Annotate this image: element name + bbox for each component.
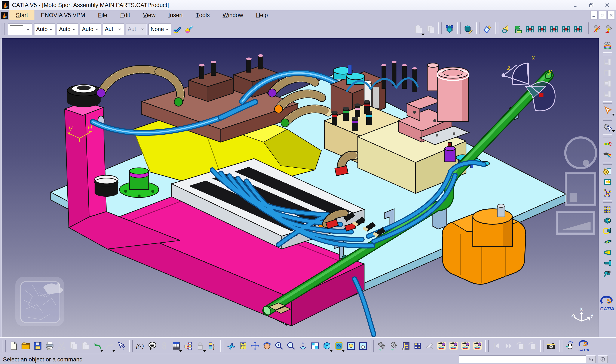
- shading-mode-icon[interactable]: [333, 339, 345, 353]
- lock-parameters-icon[interactable]: [194, 339, 206, 353]
- dialog-position-button[interactable]: [586, 355, 596, 363]
- document-arrow-icon[interactable]: [600, 177, 615, 188]
- child-minimize-button[interactable]: [590, 11, 598, 19]
- gray-frame-4-icon[interactable]: [600, 89, 615, 100]
- normal-view-icon[interactable]: [297, 339, 309, 353]
- macro-gear-icon[interactable]: [388, 339, 400, 353]
- menu-item-insert[interactable]: Insert: [162, 10, 189, 20]
- knowledge-helmet-icon[interactable]: [444, 22, 455, 36]
- rendering-style-combo[interactable]: Aut: [126, 24, 147, 35]
- symbol-type-combo[interactable]: Aut: [103, 24, 124, 35]
- whats-this-help-icon[interactable]: [116, 339, 127, 353]
- teal-drill-icon[interactable]: [600, 268, 615, 279]
- new-sheet-diamond-icon[interactable]: [481, 22, 493, 36]
- paste-icon[interactable]: [80, 339, 92, 353]
- knowledge-balloon-icon[interactable]: [146, 339, 158, 353]
- harness-bundle-icon[interactable]: [600, 40, 615, 51]
- line-weight-combo[interactable]: Auto: [57, 24, 78, 35]
- design-table-icon[interactable]: [170, 339, 182, 353]
- update-flash-2-icon[interactable]: [603, 22, 615, 36]
- redo-icon[interactable]: [104, 339, 116, 353]
- pan-view-icon[interactable]: [249, 339, 261, 353]
- send-document-2-icon[interactable]: [526, 339, 538, 353]
- copy-icon[interactable]: [68, 339, 80, 353]
- 3d-viewport[interactable]: V H: [2, 38, 599, 338]
- window-minimize-button[interactable]: [571, 1, 580, 9]
- select-arrow-icon[interactable]: [600, 105, 615, 116]
- gray-frame-3-icon[interactable]: [600, 78, 615, 89]
- paste-format-icon[interactable]: [413, 22, 425, 36]
- equivalent-dimensions-icon[interactable]: [158, 339, 170, 353]
- print-document-icon[interactable]: [44, 339, 56, 353]
- electrical-harness-1-icon[interactable]: [436, 339, 448, 353]
- multi-view-icon[interactable]: [309, 339, 321, 353]
- flag-tool-icon[interactable]: [512, 22, 524, 36]
- cut-icon[interactable]: [56, 339, 68, 353]
- section-tool-2-icon[interactable]: [536, 22, 548, 36]
- rotate-view-icon[interactable]: [261, 339, 273, 353]
- teal-camera-icon[interactable]: [600, 226, 615, 236]
- wire-yellow-green-icon[interactable]: [600, 139, 615, 150]
- isometric-view-icon[interactable]: [321, 339, 333, 353]
- power-input-field[interactable]: [459, 355, 587, 363]
- fly-mode-icon[interactable]: [225, 339, 237, 353]
- teal-bottle-icon[interactable]: [600, 247, 615, 258]
- network-nodes-icon[interactable]: [600, 188, 615, 198]
- window-restore-button[interactable]: [587, 1, 596, 9]
- menu-item-tools[interactable]: Tools: [189, 10, 216, 20]
- pencil-cylinder-icon[interactable]: [462, 22, 474, 36]
- child-restore-button[interactable]: [599, 11, 606, 19]
- menu-item-file[interactable]: File: [92, 10, 114, 20]
- back-view-history-icon[interactable]: [490, 339, 502, 353]
- iso-box-arrow-icon[interactable]: [564, 339, 576, 353]
- child-close-button[interactable]: [607, 11, 615, 19]
- electrical-harness-4-icon[interactable]: [472, 339, 484, 353]
- point-type-combo[interactable]: Auto: [80, 24, 101, 35]
- menu-item-edit[interactable]: Edit: [114, 10, 137, 20]
- menu-item-window[interactable]: Window: [216, 10, 249, 20]
- section-tool-3-icon[interactable]: [548, 22, 560, 36]
- preview-thumbnail[interactable]: [15, 277, 64, 326]
- copy-format-icon[interactable]: [425, 22, 437, 36]
- teal-tee-pipe-icon[interactable]: [600, 258, 615, 268]
- line-type-combo[interactable]: Auto: [34, 24, 55, 35]
- forward-view-history-icon[interactable]: [502, 339, 514, 353]
- render-capture-camera-icon[interactable]: [545, 339, 557, 353]
- rules-braces-icon[interactable]: [206, 339, 218, 353]
- gear-select-icon[interactable]: [600, 122, 615, 133]
- overlay-widgets[interactable]: [557, 137, 596, 234]
- info-button[interactable]: [598, 355, 608, 363]
- section-tool-5-icon[interactable]: [572, 22, 584, 36]
- wire-bundle-icon[interactable]: [600, 150, 615, 160]
- blue-structure-panel-icon[interactable]: [412, 339, 424, 353]
- zoom-in-icon[interactable]: [273, 339, 285, 353]
- electrical-harness-2-icon[interactable]: [448, 339, 460, 353]
- teal-box-icon[interactable]: [600, 215, 615, 226]
- structure-panel-icon[interactable]: [400, 339, 412, 353]
- zoom-out-icon[interactable]: [285, 339, 297, 353]
- horn-tool-icon[interactable]: [500, 22, 512, 36]
- section-tool-4-icon[interactable]: [560, 22, 572, 36]
- assembly-scene[interactable]: V H: [2, 39, 599, 338]
- gray-knife-tool-icon[interactable]: [424, 339, 436, 353]
- new-document-icon[interactable]: [8, 339, 20, 353]
- gray-frame-2-icon[interactable]: [600, 67, 615, 78]
- toolbar-grip[interactable]: [2, 23, 5, 35]
- send-document-1-icon[interactable]: [514, 339, 526, 353]
- color-combo[interactable]: [8, 24, 32, 35]
- update-flash-1-icon[interactable]: [591, 22, 603, 36]
- menu-item-view[interactable]: View: [137, 10, 162, 20]
- menu-item-enovia-v5-vpm[interactable]: ENOVIA V5 VPM: [34, 10, 92, 20]
- formula-fx-icon[interactable]: [134, 339, 146, 353]
- knowledge-inspector-icon[interactable]: [182, 339, 194, 353]
- save-document-icon[interactable]: [32, 339, 44, 353]
- pin-grid-icon[interactable]: [600, 204, 615, 215]
- layer-combo[interactable]: None: [149, 24, 171, 35]
- section-tool-1-icon[interactable]: [524, 22, 536, 36]
- open-document-icon[interactable]: [20, 339, 32, 353]
- menu-item-start[interactable]: Start: [9, 10, 34, 20]
- teal-connector-icon[interactable]: [600, 236, 615, 247]
- undo-icon[interactable]: [92, 339, 104, 353]
- fit-all-in-icon[interactable]: [237, 339, 249, 353]
- graphic-properties-painter-icon[interactable]: [171, 22, 183, 36]
